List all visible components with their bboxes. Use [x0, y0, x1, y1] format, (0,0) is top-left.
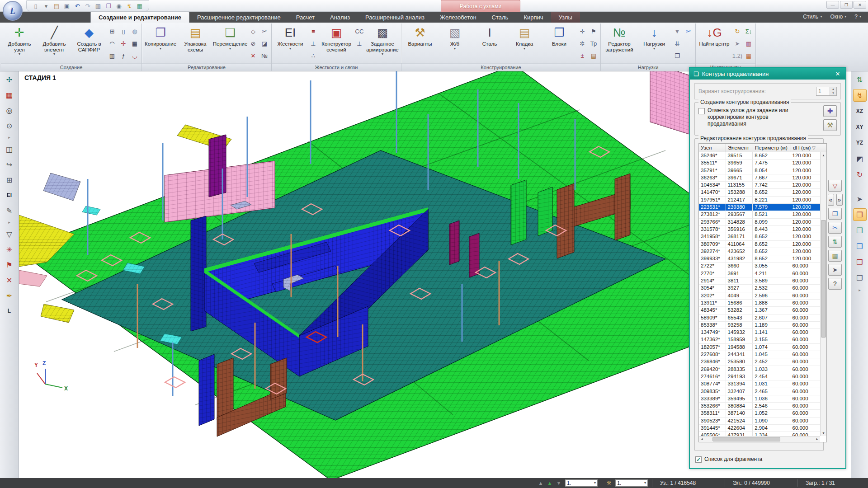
set-reinforcement-button[interactable]: ▩Заданное армирование▾	[365, 24, 400, 62]
move-model-icon[interactable]: ✢	[3, 73, 16, 86]
cube-green-icon[interactable]: ❒	[853, 224, 867, 237]
filter-funnel-button[interactable]: ▽	[828, 180, 842, 192]
table-row[interactable]: 223531*2393807.579120.000	[699, 204, 820, 211]
tp-icon[interactable]: Тр	[588, 38, 599, 49]
arc-tool-icon[interactable]: ◡	[129, 50, 140, 61]
table-row[interactable]: 399933*4319828.652120.000	[699, 255, 820, 263]
hatch-icon[interactable]: ✲	[577, 38, 588, 49]
menu-?[interactable]: ?▾	[851, 13, 864, 21]
numbering-icon[interactable]: 1.2)	[732, 50, 743, 61]
add-element-button[interactable]: ╱Добавить элемент▾	[37, 24, 71, 62]
sum-loads-icon[interactable]: Σ↓	[743, 26, 754, 37]
truss-tool-icon[interactable]: ◠	[107, 38, 118, 49]
flash-mode-icon[interactable]: ↯	[853, 89, 867, 102]
down-level-icon[interactable]: ▼	[554, 480, 563, 486]
add-node-icon[interactable]: ▦	[3, 89, 16, 101]
table-row[interactable]: 236846*2535802.45260.000	[699, 358, 820, 366]
column-tool-icon[interactable]: ▯	[118, 26, 129, 37]
table-row[interactable]: 2722*36603.05560.000	[699, 263, 820, 270]
table-row[interactable]: 134749*1459321.14160.000	[699, 329, 820, 336]
panel-header[interactable]: ❏ Контуры продавливания ✕	[690, 68, 845, 80]
cube-blue-icon[interactable]: ❒	[853, 240, 867, 253]
copy-button[interactable]: ❐Копирование▾	[143, 24, 178, 62]
collapse-strip-icon[interactable]: ▸	[853, 287, 867, 293]
undo-icon[interactable]: ↶	[73, 1, 82, 10]
table-row[interactable]: 3202*40492.59660.000	[699, 292, 820, 300]
copy-loads-icon[interactable]: ❐	[672, 50, 683, 61]
close-button[interactable]: ✕	[854, 1, 866, 9]
pan-view-icon[interactable]: ⇅	[853, 73, 867, 86]
new-file-icon[interactable]: ▯	[31, 1, 40, 10]
camera-icon[interactable]: ◉	[114, 1, 123, 10]
next-contour-button[interactable]: »	[836, 194, 843, 206]
pack-scheme-button[interactable]: ▤Упаковка схемы	[178, 24, 212, 62]
stiffness-ei-icon[interactable]: EI	[3, 189, 16, 202]
minimize-button[interactable]: —	[826, 1, 839, 9]
tab-1[interactable]: Расширенное редактирование	[189, 12, 288, 23]
delete-icon[interactable]: ✕	[3, 274, 16, 286]
mesh-grid-icon[interactable]: ▦	[129, 38, 140, 49]
fxy-surface-icon[interactable]: ƒ	[118, 50, 129, 61]
table-row[interactable]: 104534*1131557.742120.000	[699, 182, 820, 189]
flag-icon[interactable]: ⚑	[3, 258, 16, 271]
cylinder-icon[interactable]: ◫	[3, 143, 16, 155]
header-funnel-icon[interactable]: ▽	[812, 145, 816, 150]
pointer-icon[interactable]: ➤	[853, 192, 867, 205]
redo-icon[interactable]: ↷	[83, 1, 92, 10]
table-row[interactable]: 308774*3313941.03160.000	[699, 380, 820, 388]
table-row[interactable]: 274616*2941932.45460.000	[699, 373, 820, 380]
move-node-icon[interactable]: ✢	[118, 38, 129, 49]
menu-стиль[interactable]: Стиль▾	[800, 13, 825, 21]
snap-icon[interactable]: ✳	[3, 243, 16, 256]
level-combo[interactable]: 1.▾	[565, 479, 598, 487]
fragment-icon[interactable]: ◪	[259, 38, 270, 49]
dome-tool-icon[interactable]: ◍	[129, 26, 140, 37]
table-row[interactable]: 273812*2935678.521120.000	[699, 211, 820, 218]
add-line-icon[interactable]: ✛	[577, 26, 588, 37]
table-row[interactable]: 147362*1589593.15560.000	[699, 336, 820, 343]
col-node[interactable]: Узел	[699, 144, 726, 152]
table-row[interactable]: 405506*4379311.33460.000	[699, 432, 820, 436]
copy-contour-button[interactable]: ❐	[828, 208, 842, 220]
palette-icon[interactable]: ▦	[743, 50, 754, 61]
mark-nodes-checkbox[interactable]	[698, 108, 705, 114]
distributed-load-icon[interactable]: ⇊	[672, 38, 683, 49]
layers-icon[interactable]: ▲	[536, 480, 545, 486]
project-icon[interactable]: ▥	[94, 1, 103, 10]
mirror-icon[interactable]: ◇	[248, 26, 259, 37]
prev-contour-button[interactable]: «	[828, 194, 834, 206]
table-body[interactable]: 35246*395158.652120.00035511*396597.4751…	[699, 152, 820, 436]
table-row[interactable]: 2914*38113.58960.000	[699, 277, 820, 285]
tab-6[interactable]: Сталь	[484, 12, 516, 23]
table-row[interactable]: 58909*655432.60760.000	[699, 314, 820, 322]
table-row[interactable]: 35791*396658.054120.000	[699, 167, 820, 174]
find-center-button[interactable]: ↓GНайти центр	[697, 24, 731, 62]
vertical-scrollbar[interactable]: ▴ ▾	[820, 152, 826, 436]
view-iso-icon[interactable]: ◩	[853, 152, 867, 165]
fragment-cube-icon[interactable]: ❒	[853, 208, 867, 221]
maximize-button[interactable]: ❐	[840, 1, 853, 9]
flash-icon[interactable]: ↯	[125, 1, 134, 10]
table-row[interactable]: 293766*3148288.099120.000	[699, 219, 820, 226]
table-row[interactable]: 36263*396717.667120.000	[699, 174, 820, 182]
expand-1-icon[interactable]: ▸	[3, 135, 16, 140]
cube-red-base-icon[interactable]: ❒	[853, 256, 867, 268]
view-yz-icon[interactable]: YZ	[853, 136, 867, 149]
table-row[interactable]: 182057*1945881.07460.000	[699, 344, 820, 351]
table-view-button[interactable]: ▦	[828, 250, 842, 262]
table-row[interactable]: 2770*36914.21160.000	[699, 270, 820, 277]
open-icon[interactable]: ▤	[52, 1, 61, 10]
tab-3[interactable]: Анализ	[322, 12, 358, 23]
help-button[interactable]: ?	[828, 278, 842, 290]
table-row[interactable]: 35511*396597.475120.000	[699, 160, 820, 167]
table-header[interactable]: Узел Элемент Периметр (м) dH (см) ▽	[699, 144, 826, 152]
table-row[interactable]: 3054*39272.53260.000	[699, 285, 820, 292]
scroll-right-icon[interactable]: ▸	[814, 436, 820, 442]
cc-icon[interactable]: CC	[354, 26, 365, 37]
table-row[interactable]: 48345*532821.36760.000	[699, 307, 820, 314]
blocks-button[interactable]: ❒Блоки	[542, 24, 576, 62]
delete-loads-icon[interactable]: ✂	[683, 26, 694, 37]
table-row[interactable]: 333389*3594951.03660.000	[699, 395, 820, 403]
create-sapfir-button[interactable]: ◆Создать в САПФИР	[72, 24, 106, 62]
select-same-icon[interactable]: ➤	[732, 38, 743, 49]
